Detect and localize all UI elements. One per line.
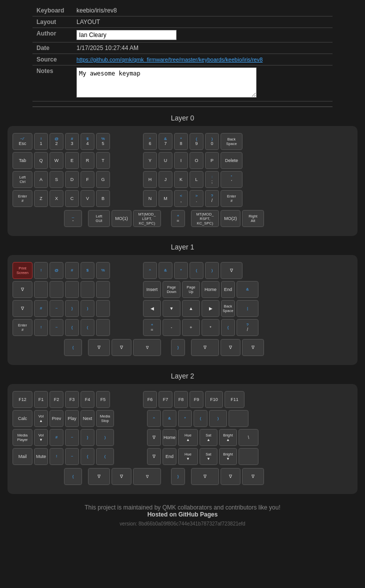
key-e[interactable]: E: [65, 152, 79, 169]
key-l1-8[interactable]: *: [174, 262, 188, 279]
key-t[interactable]: T: [96, 152, 110, 169]
key-l2-bright-down[interactable]: Bright ▼: [219, 448, 237, 465]
key-l2-r4-3[interactable]: ~: [65, 448, 79, 465]
key-l1-printscreen[interactable]: Print Screen: [12, 262, 32, 279]
key-l2-mute[interactable]: Mute: [34, 448, 48, 465]
key-l2-backslash[interactable]: \: [238, 429, 258, 446]
key-j[interactable]: J: [158, 171, 172, 188]
key-l2-r2-8[interactable]: *: [178, 410, 192, 427]
key-slash[interactable]: ? /: [205, 190, 219, 207]
key-l1-home[interactable]: Home: [202, 281, 220, 298]
key-l1-nabla2[interactable]: ∇: [12, 300, 32, 317]
key-o[interactable]: O: [190, 152, 204, 169]
key-l2-f3[interactable]: F3: [65, 391, 79, 408]
key-n[interactable]: N: [143, 190, 157, 207]
key-m[interactable]: M: [158, 190, 172, 207]
key-backspace[interactable]: Back Space: [220, 133, 242, 150]
key-l2-t2[interactable]: }: [171, 468, 185, 485]
key-0[interactable]: ) 0: [205, 133, 219, 150]
key-l1-enter[interactable]: Enter #: [12, 319, 32, 336]
key-l1-nabla[interactable]: ∇: [220, 262, 242, 279]
key-l2-f4[interactable]: F4: [80, 391, 94, 408]
key-i[interactable]: I: [174, 152, 188, 169]
key-l1-pluseq[interactable]: + =: [143, 319, 161, 336]
key-l2-r2-7[interactable]: &: [162, 410, 176, 427]
key-l1-r2-4[interactable]: [80, 281, 94, 298]
key-l1-r2-5[interactable]: [96, 281, 110, 298]
key-l2-bright-up[interactable]: Bright ▲: [219, 429, 237, 446]
key-2[interactable]: @ 2: [50, 133, 64, 150]
key-l2-f8[interactable]: F8: [174, 391, 188, 408]
notes-textarea[interactable]: My awesome keymap: [76, 68, 256, 98]
author-input[interactable]: [76, 30, 176, 40]
key-l1-asterisk[interactable]: *: [202, 319, 220, 336]
key-l1-r3-2[interactable]: ~: [50, 300, 64, 317]
key-w[interactable]: W: [50, 152, 64, 169]
key-3[interactable]: # 3: [65, 133, 79, 150]
key-l2-t1[interactable]: {: [64, 468, 82, 485]
key-k[interactable]: K: [174, 171, 188, 188]
key-tab[interactable]: Tab: [12, 152, 32, 169]
key-l2-play[interactable]: Play: [65, 410, 79, 427]
key-l2-r4-4[interactable]: {: [80, 448, 94, 465]
key-l2-home[interactable]: Home: [162, 429, 176, 446]
key-l1-brace[interactable]: {: [221, 319, 235, 336]
key-l[interactable]: L: [190, 171, 204, 188]
key-l2-nabla-l2[interactable]: ∇: [147, 448, 161, 465]
key-l1-pgdown[interactable]: Page Down: [162, 281, 180, 298]
key-l1-bs[interactable]: Back Space: [221, 300, 235, 317]
key-l2-r2-6[interactable]: ^: [147, 410, 161, 427]
key-l1-r4-5[interactable]: [96, 319, 110, 336]
key-l1-t1[interactable]: {: [64, 339, 82, 356]
key-l1-r3-1[interactable]: #: [34, 300, 48, 317]
key-l1-pgup[interactable]: Page Up: [182, 281, 200, 298]
key-l2-voldown[interactable]: Vol ▼: [34, 429, 48, 446]
key-d[interactable]: D: [65, 171, 79, 188]
key-l2-f12[interactable]: F12: [12, 391, 32, 408]
key-left-gui[interactable]: Left GUI: [88, 210, 110, 227]
key-l1-nabla7[interactable]: ∇: [220, 339, 240, 356]
key-l1-pipe[interactable]: |: [236, 300, 258, 317]
key-s[interactable]: S: [50, 171, 64, 188]
key-l2-prev[interactable]: Prev: [50, 410, 64, 427]
key-l1-r2-3[interactable]: [65, 281, 79, 298]
key-l2-sat-up[interactable]: Sat ▲: [200, 429, 218, 446]
key-8[interactable]: * 8: [174, 133, 188, 150]
key-l2-r2-9[interactable]: (: [194, 410, 208, 427]
key-l2-nabla4[interactable]: ∇: [112, 468, 132, 485]
key-l1-down[interactable]: ▼: [162, 300, 180, 317]
key-l2-mail[interactable]: Mail: [12, 448, 32, 465]
key-mo1[interactable]: MO(1): [112, 210, 132, 227]
key-mt-lsft[interactable]: MT(MOD_ LSFT, KC_SPC): [133, 210, 161, 227]
key-l1-amp[interactable]: &: [236, 281, 258, 298]
key-7[interactable]: & 7: [158, 133, 172, 150]
key-f[interactable]: F: [80, 171, 94, 188]
key-x[interactable]: X: [50, 190, 64, 207]
key-l1-insert[interactable]: Insert: [143, 281, 161, 298]
key-mo2[interactable]: MO(2): [220, 210, 240, 227]
key-l2-nabla7[interactable]: ∇: [220, 468, 240, 485]
key-l1-right[interactable]: ▶: [202, 300, 220, 317]
key-l1-nabla3[interactable]: ∇: [88, 339, 110, 356]
key-minus[interactable]: _ -: [64, 210, 82, 227]
key-l2-mediaplayer[interactable]: Media Player: [12, 429, 32, 446]
key-g[interactable]: G: [96, 171, 110, 188]
key-4[interactable]: $ 4: [80, 133, 94, 150]
key-l1-nabla4[interactable]: ∇: [112, 339, 132, 356]
key-l1-end[interactable]: End: [221, 281, 235, 298]
key-l2-f10[interactable]: F10: [205, 391, 223, 408]
key-l1-r2-1[interactable]: [34, 281, 48, 298]
key-mt-rsft[interactable]: MT(MOD_ RSFT, KC_SPC): [191, 210, 219, 227]
key-l1-r3-5[interactable]: [96, 300, 110, 317]
key-p[interactable]: P: [205, 152, 219, 169]
key-l2-r4-5[interactable]: (: [96, 448, 114, 465]
key-l2-nabla3[interactable]: ∇: [88, 468, 110, 485]
key-l2-f5[interactable]: F5: [96, 391, 110, 408]
key-l2-calc[interactable]: Calc: [12, 410, 32, 427]
key-l1-9[interactable]: (: [190, 262, 204, 279]
key-l1-r4-1[interactable]: !: [34, 319, 48, 336]
key-lctrl[interactable]: Left Ctrl: [12, 171, 32, 188]
key-l2-end[interactable]: End: [162, 448, 176, 465]
key-l2-nabla5[interactable]: ∇: [133, 468, 161, 485]
key-l2-nabla8[interactable]: ∇: [242, 468, 264, 485]
